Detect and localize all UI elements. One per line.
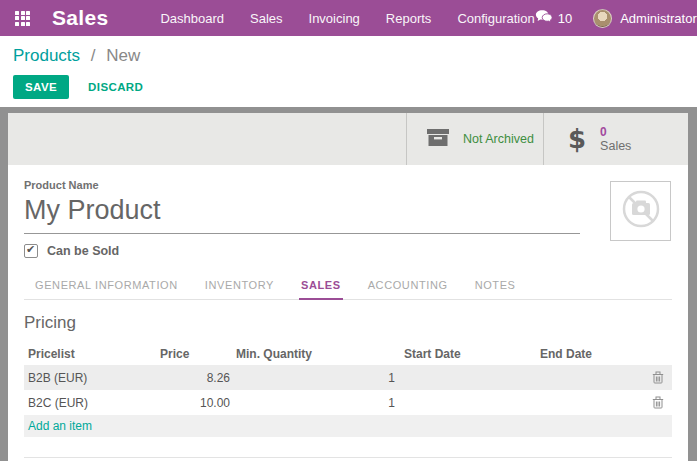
messages-count: 10 [558, 11, 572, 26]
cell-price[interactable]: 8.26 [160, 371, 236, 385]
tab-notes[interactable]: NOTES [473, 275, 518, 299]
archive-status-label: Not Archived [463, 132, 534, 146]
breadcrumb-current: New [106, 46, 140, 65]
col-header-start-date: Start Date [404, 347, 540, 361]
col-header-end-date: End Date [540, 347, 646, 361]
apps-grid-icon[interactable] [15, 11, 30, 26]
section-divider [24, 457, 672, 458]
table-row[interactable]: B2C (EUR) 10.00 1 [24, 390, 672, 415]
save-button[interactable]: SAVE [13, 75, 69, 99]
pricing-table-header: Pricelist Price Min. Quantity Start Date… [24, 343, 672, 365]
can-be-sold-field: Can be Sold [24, 244, 672, 258]
sales-stat-button[interactable]: $ 0 Sales [543, 113, 688, 165]
messages-button[interactable]: 10 [535, 9, 572, 27]
cell-min-quantity[interactable]: 1 [236, 396, 404, 410]
form-view: Not Archived $ 0 Sales [0, 107, 697, 461]
tab-general-information[interactable]: GENERAL INFORMATION [33, 275, 180, 299]
topbar-right: 10 Administrator ▾ [535, 9, 697, 28]
form-sheet: Product Name Can be Sold GENERAL INFORMA… [8, 165, 688, 461]
user-avatar[interactable] [593, 9, 612, 28]
col-header-pricelist: Pricelist [24, 347, 160, 361]
discard-button[interactable]: DISCARD [82, 75, 149, 99]
cell-pricelist[interactable]: B2C (EUR) [24, 396, 160, 410]
archive-box-icon [425, 125, 451, 153]
cell-price[interactable]: 10.00 [160, 396, 236, 410]
can-be-sold-label: Can be Sold [47, 244, 119, 258]
pricing-section-title: Pricing [24, 313, 672, 333]
stat-button-bar: Not Archived $ 0 Sales [8, 113, 688, 165]
menu-item-sales[interactable]: Sales [250, 11, 283, 26]
delete-row-button[interactable] [652, 396, 664, 409]
user-menu[interactable]: Administrator [620, 11, 697, 26]
can-be-sold-checkbox[interactable] [24, 244, 38, 258]
app-title: Sales [52, 6, 108, 30]
control-panel: Products / New SAVE DISCARD [0, 36, 697, 107]
breadcrumb-separator: / [91, 46, 96, 65]
dollar-icon: $ [568, 124, 586, 154]
archive-toggle-button[interactable]: Not Archived [406, 113, 543, 165]
delete-row-button[interactable] [652, 371, 664, 384]
chat-bubbles-icon [535, 9, 553, 27]
main-menu: Dashboard Sales Invoicing Reports Config… [160, 11, 534, 26]
pricing-table: Pricelist Price Min. Quantity Start Date… [24, 343, 672, 437]
camera-slash-icon [617, 185, 665, 237]
cell-pricelist[interactable]: B2B (EUR) [24, 371, 160, 385]
col-header-price: Price [160, 347, 236, 361]
menu-item-reports[interactable]: Reports [386, 11, 432, 26]
tab-accounting[interactable]: ACCOUNTING [366, 275, 450, 299]
product-name-label: Product Name [24, 179, 672, 191]
cell-min-quantity[interactable]: 1 [236, 371, 404, 385]
sales-stat-label: Sales [600, 139, 631, 153]
tab-sales[interactable]: SALES [299, 275, 343, 300]
add-item-row: Add an item [24, 415, 672, 437]
record-actions: SAVE DISCARD [13, 75, 697, 99]
menu-item-invoicing[interactable]: Invoicing [309, 11, 360, 26]
add-an-item-link[interactable]: Add an item [24, 419, 92, 433]
notebook-tabs: GENERAL INFORMATION INVENTORY SALES ACCO… [24, 275, 672, 300]
tab-inventory[interactable]: INVENTORY [203, 275, 276, 299]
trash-icon [652, 396, 664, 409]
breadcrumb: Products / New [13, 46, 697, 66]
menu-item-dashboard[interactable]: Dashboard [160, 11, 224, 26]
product-name-input[interactable] [24, 192, 580, 234]
product-image-placeholder[interactable] [610, 181, 671, 241]
breadcrumb-products-link[interactable]: Products [13, 46, 80, 65]
top-navbar: Sales Dashboard Sales Invoicing Reports … [0, 0, 697, 36]
menu-item-configuration[interactable]: Configuration [457, 11, 534, 26]
trash-icon [652, 371, 664, 384]
sales-count: 0 [600, 126, 631, 139]
col-header-min-quantity: Min. Quantity [236, 347, 404, 361]
table-row[interactable]: B2B (EUR) 8.26 1 [24, 365, 672, 390]
